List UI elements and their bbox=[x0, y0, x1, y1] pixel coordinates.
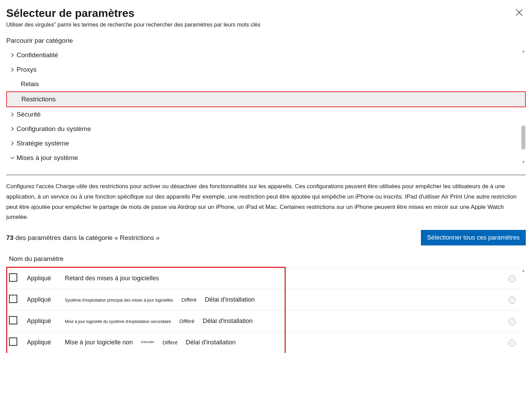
chevron-right-icon[interactable] bbox=[8, 112, 17, 117]
setting-name: Mise à jour logicielle du système d'expl… bbox=[62, 311, 502, 332]
tree-scrollbar[interactable]: ▲ ▼ bbox=[521, 48, 526, 165]
tree-item-label: Sécurité bbox=[17, 111, 41, 118]
table-row: AppliquéRetard des mises à jour logiciel… bbox=[6, 268, 518, 289]
setting-name-part: Retard des mises à jour logicielles bbox=[65, 275, 159, 282]
scroll-thumb[interactable] bbox=[521, 125, 525, 150]
close-button[interactable] bbox=[513, 7, 526, 19]
chevron-right-icon[interactable] bbox=[8, 127, 17, 131]
table-row: AppliquéSystème d'exploitation principal… bbox=[6, 289, 518, 311]
column-header-setting-name: Nom du paramètre bbox=[9, 255, 526, 263]
tree-item-s-curit-[interactable]: Sécurité bbox=[6, 107, 526, 122]
setting-name-part: Délai d'installation bbox=[205, 296, 255, 303]
info-icon[interactable]: i bbox=[509, 275, 515, 282]
tree-item-relais[interactable]: Relais bbox=[6, 77, 526, 91]
tree-item-label: Confidentialité bbox=[17, 51, 58, 59]
tree-item-restrictions[interactable]: Restrictions bbox=[6, 91, 526, 107]
setting-name: Mise à jour logicielle nonExécutéeDiffér… bbox=[62, 332, 502, 353]
applied-label: Appliqué bbox=[24, 311, 62, 332]
table-row: AppliquéMise à jour logicielle nonExécut… bbox=[6, 332, 518, 353]
category-description: Configurez l'accès Charge utile des rest… bbox=[6, 181, 524, 222]
applied-label: Appliqué bbox=[24, 268, 62, 289]
setting-name-part: Différé bbox=[179, 318, 195, 324]
info-icon[interactable]: i bbox=[509, 340, 515, 346]
tree-item-strat-gie-syst-me[interactable]: Stratégie système bbox=[6, 136, 526, 151]
row-checkbox[interactable] bbox=[9, 316, 17, 324]
tree-item-mises-jour-syst-me[interactable]: Mises à jour système bbox=[6, 151, 526, 165]
page-subtitle: Utiliser des virgules" parmi les termes … bbox=[6, 22, 260, 28]
setting-name-part: Exécutée bbox=[141, 340, 154, 344]
close-icon bbox=[515, 9, 523, 16]
tree-item-label: Restrictions bbox=[21, 95, 56, 103]
category-tree: ConfidentialitéProxysRelaisRestrictionsS… bbox=[6, 48, 526, 165]
tree-item-configuration-du-syst-me[interactable]: Configuration du système bbox=[6, 122, 526, 136]
settings-scrollbar[interactable]: ▲ bbox=[521, 267, 526, 353]
divider bbox=[6, 175, 526, 175]
tree-item-confidentialit-[interactable]: Confidentialité bbox=[6, 48, 526, 62]
setting-name-part: Délai d'installation bbox=[186, 339, 236, 346]
row-checkbox[interactable] bbox=[9, 273, 17, 282]
browse-by-category-label: Parcourir par catégorie bbox=[6, 37, 526, 44]
tree-item-label: Stratégie système bbox=[17, 140, 69, 147]
setting-name-part: Mise à jour logicielle du système d'expl… bbox=[65, 319, 171, 324]
info-icon[interactable]: i bbox=[509, 318, 515, 325]
scroll-up-icon[interactable]: ▲ bbox=[521, 267, 526, 274]
applied-label: Appliqué bbox=[24, 289, 62, 311]
settings-count: 73 des paramètres dans la catégorie « Re… bbox=[6, 234, 160, 242]
select-all-button[interactable]: Sélectionner tous ces paramètres bbox=[421, 230, 526, 245]
page-title: Sélecteur de paramètres bbox=[6, 7, 260, 20]
setting-name-part: Système d'exploitation principal des mis… bbox=[65, 298, 173, 303]
applied-label: Appliqué bbox=[24, 332, 62, 353]
chevron-right-icon[interactable] bbox=[8, 67, 17, 72]
setting-name: Retard des mises à jour logicielles bbox=[62, 268, 502, 289]
row-checkbox[interactable] bbox=[9, 295, 17, 303]
tree-item-label: Proxys bbox=[17, 66, 37, 73]
info-icon[interactable]: i bbox=[509, 297, 515, 304]
setting-name-part: Délai d'installation bbox=[203, 317, 253, 324]
chevron-right-icon[interactable] bbox=[8, 53, 17, 58]
table-row: AppliquéMise à jour logicielle du systèm… bbox=[6, 311, 518, 332]
chevron-down-icon[interactable] bbox=[8, 155, 17, 160]
tree-item-proxys[interactable]: Proxys bbox=[6, 62, 526, 77]
tree-item-label: Mises à jour système bbox=[17, 154, 78, 162]
row-checkbox[interactable] bbox=[9, 337, 17, 346]
setting-name-part: Différé bbox=[162, 340, 178, 345]
setting-name-part: Différé bbox=[181, 297, 197, 303]
setting-name-part: Mise à jour logicielle non bbox=[65, 339, 133, 346]
chevron-right-icon[interactable] bbox=[8, 141, 17, 146]
tree-item-label: Configuration du système bbox=[17, 125, 91, 133]
settings-table: AppliquéRetard des mises à jour logiciel… bbox=[6, 267, 518, 353]
scroll-down-icon[interactable]: ▼ bbox=[521, 159, 526, 165]
setting-name: Système d'exploitation principal des mis… bbox=[62, 289, 502, 311]
scroll-up-icon[interactable]: ▲ bbox=[521, 48, 526, 54]
tree-item-label: Relais bbox=[21, 80, 39, 88]
